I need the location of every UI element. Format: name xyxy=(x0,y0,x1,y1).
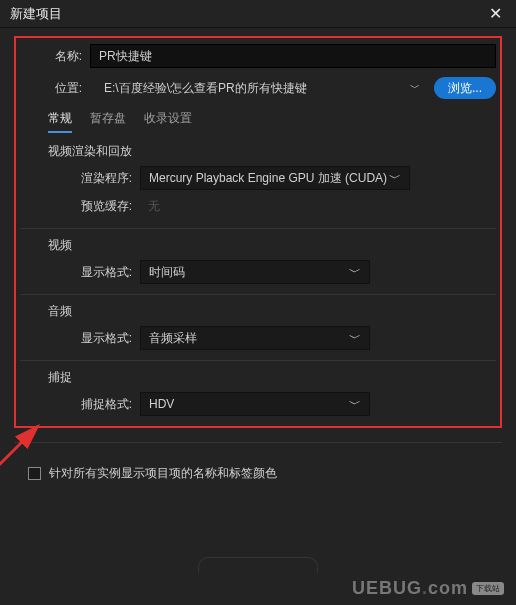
audio-format-label: 显示格式: xyxy=(20,330,140,347)
name-label: 名称: xyxy=(20,48,90,65)
svg-line-0 xyxy=(0,426,38,466)
renderer-select[interactable]: Mercury Playback Engine GPU 加速 (CUDA) ﹀ xyxy=(140,166,410,190)
location-label: 位置: xyxy=(20,80,90,97)
video-format-select[interactable]: 时间码 ﹀ xyxy=(140,260,370,284)
show-names-checkbox[interactable] xyxy=(28,467,41,480)
close-icon[interactable]: ✕ xyxy=(485,4,506,23)
chevron-down-icon: ﹀ xyxy=(389,170,401,187)
chevron-down-icon: ﹀ xyxy=(410,81,420,95)
divider xyxy=(14,442,502,443)
preview-cache-value: 无 xyxy=(140,194,496,218)
browse-button[interactable]: 浏览... xyxy=(434,77,496,99)
location-value: E:\百度经验\怎么查看PR的所有快捷键 xyxy=(104,80,307,97)
preview-cache-label: 预览缓存: xyxy=(20,198,140,215)
bottom-button-outline xyxy=(198,557,318,573)
watermark-badge: 下载站 xyxy=(472,582,504,595)
window-title: 新建项目 xyxy=(10,5,62,23)
watermark-text: UEBUG xyxy=(352,578,422,599)
divider xyxy=(20,228,496,229)
renderer-label: 渲染程序: xyxy=(20,170,140,187)
tab-ingest[interactable]: 收录设置 xyxy=(144,110,192,133)
video-format-value: 时间码 xyxy=(149,264,185,281)
audio-format-value: 音频采样 xyxy=(149,330,197,347)
highlight-box: 名称: 位置: E:\百度经验\怎么查看PR的所有快捷键 ﹀ 浏览... 常规 … xyxy=(14,36,502,428)
tabs: 常规 暂存盘 收录设置 xyxy=(48,110,496,133)
chevron-down-icon: ﹀ xyxy=(349,396,361,413)
tab-general[interactable]: 常规 xyxy=(48,110,72,133)
watermark: UEBUG.com 下载站 xyxy=(352,578,504,599)
chevron-down-icon: ﹀ xyxy=(349,264,361,281)
tab-scratch-disks[interactable]: 暂存盘 xyxy=(90,110,126,133)
section-video: 视频 xyxy=(48,237,496,254)
section-audio: 音频 xyxy=(48,303,496,320)
section-capture: 捕捉 xyxy=(48,369,496,386)
video-format-label: 显示格式: xyxy=(20,264,140,281)
titlebar: 新建项目 ✕ xyxy=(0,0,516,28)
renderer-value: Mercury Playback Engine GPU 加速 (CUDA) xyxy=(149,170,387,187)
audio-format-select[interactable]: 音频采样 ﹀ xyxy=(140,326,370,350)
section-render: 视频渲染和回放 xyxy=(48,143,496,160)
show-names-label: 针对所有实例显示项目项的名称和标签颜色 xyxy=(49,465,277,482)
capture-format-value: HDV xyxy=(149,397,174,411)
name-input[interactable] xyxy=(90,44,496,68)
divider xyxy=(20,360,496,361)
capture-format-select[interactable]: HDV ﹀ xyxy=(140,392,370,416)
location-dropdown[interactable]: E:\百度经验\怎么查看PR的所有快捷键 ﹀ xyxy=(96,76,428,100)
capture-format-label: 捕捉格式: xyxy=(20,396,140,413)
chevron-down-icon: ﹀ xyxy=(349,330,361,347)
divider xyxy=(20,294,496,295)
watermark-text: com xyxy=(428,578,468,599)
